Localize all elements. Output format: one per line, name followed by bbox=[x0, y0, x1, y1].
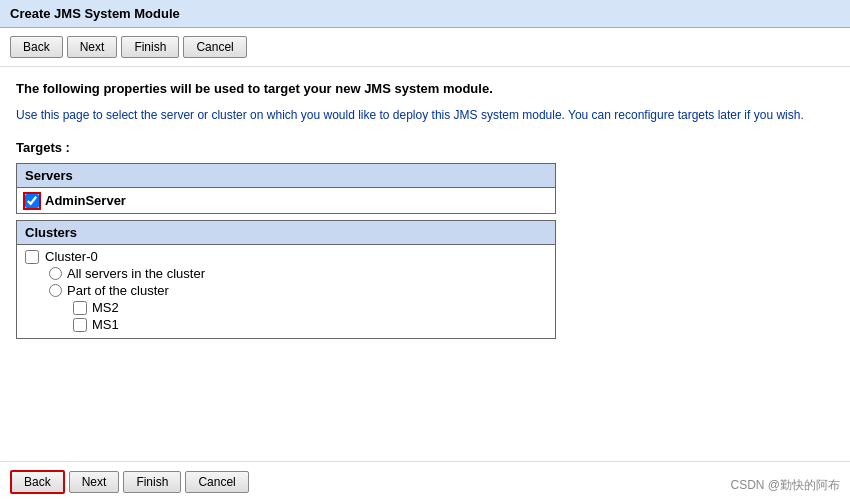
all-servers-option: All servers in the cluster bbox=[49, 266, 547, 281]
watermark: CSDN @勤快的阿布 bbox=[730, 477, 840, 494]
servers-header: Servers bbox=[17, 164, 555, 188]
top-toolbar: Back Next Finish Cancel bbox=[0, 28, 850, 67]
top-next-button[interactable]: Next bbox=[67, 36, 118, 58]
part-of-cluster-label: Part of the cluster bbox=[67, 283, 169, 298]
cluster-item: Cluster-0 bbox=[25, 249, 547, 264]
cluster-suboptions: All servers in the cluster Part of the c… bbox=[49, 266, 547, 298]
bottom-finish-button[interactable]: Finish bbox=[123, 471, 181, 493]
title-bar: Create JMS System Module bbox=[0, 0, 850, 28]
adminserver-row: AdminServer bbox=[17, 188, 555, 213]
targets-label: Targets : bbox=[16, 140, 834, 155]
page-title: Create JMS System Module bbox=[10, 6, 180, 21]
bottom-toolbar: Back Next Finish Cancel bbox=[0, 461, 850, 502]
cluster-row: Cluster-0 All servers in the cluster Par… bbox=[17, 245, 555, 338]
top-finish-button[interactable]: Finish bbox=[121, 36, 179, 58]
ms2-item: MS2 bbox=[73, 300, 547, 315]
adminserver-checkbox[interactable] bbox=[25, 194, 39, 208]
cluster0-checkbox[interactable] bbox=[25, 250, 39, 264]
ms1-checkbox[interactable] bbox=[73, 318, 87, 332]
part-of-cluster-option: Part of the cluster bbox=[49, 283, 547, 298]
all-servers-label: All servers in the cluster bbox=[67, 266, 205, 281]
bottom-next-button[interactable]: Next bbox=[69, 471, 120, 493]
main-content: The following properties will be used to… bbox=[0, 67, 850, 353]
top-cancel-button[interactable]: Cancel bbox=[183, 36, 246, 58]
ms1-label: MS1 bbox=[92, 317, 119, 332]
servers-table: Servers AdminServer bbox=[16, 163, 556, 214]
top-back-button[interactable]: Back bbox=[10, 36, 63, 58]
bottom-cancel-button[interactable]: Cancel bbox=[185, 471, 248, 493]
bottom-back-button[interactable]: Back bbox=[10, 470, 65, 494]
clusters-header: Clusters bbox=[17, 221, 555, 245]
info-text: Use this page to select the server or cl… bbox=[16, 106, 834, 124]
part-of-cluster-radio[interactable] bbox=[49, 284, 62, 297]
ms2-checkbox[interactable] bbox=[73, 301, 87, 315]
sub-servers: MS2 MS1 bbox=[73, 300, 547, 332]
clusters-table: Clusters Cluster-0 All servers in the cl… bbox=[16, 220, 556, 339]
ms1-item: MS1 bbox=[73, 317, 547, 332]
main-heading: The following properties will be used to… bbox=[16, 81, 834, 96]
adminserver-label: AdminServer bbox=[45, 193, 126, 208]
ms2-label: MS2 bbox=[92, 300, 119, 315]
cluster0-label: Cluster-0 bbox=[45, 249, 98, 264]
all-servers-radio[interactable] bbox=[49, 267, 62, 280]
page-wrapper: Create JMS System Module Back Next Finis… bbox=[0, 0, 850, 502]
targets-section: Servers AdminServer Clusters Cluster-0 bbox=[16, 163, 834, 339]
